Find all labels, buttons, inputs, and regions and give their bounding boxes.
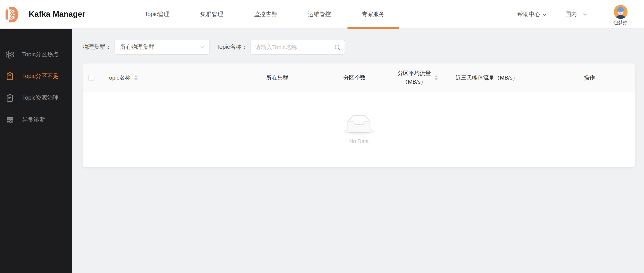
filter-bar: 物理集群： 所有物理集群 Topic名称： <box>72 29 644 54</box>
sort-toggle[interactable] <box>134 75 138 80</box>
caret-up-icon <box>134 75 138 77</box>
nav-item-topic-manage[interactable]: Topic管理 <box>130 0 184 29</box>
table-header-row: Topic名称 所在集群 分区个数 分区平均流量 （MB/s） <box>82 63 636 92</box>
kafka-manager-logo-icon <box>5 6 19 23</box>
help-center-menu[interactable]: 帮助中心 <box>517 11 546 18</box>
chevron-down-icon <box>542 13 546 16</box>
caret-down-icon <box>134 78 138 80</box>
navbar-right: 帮助中心 国内 <box>517 0 628 29</box>
table-header-peak-traffic-3d: 近三天峰值流量（MB/s） <box>441 74 544 82</box>
chevron-down-icon <box>583 13 587 16</box>
empty-box-icon <box>343 115 374 135</box>
app-title: Kafka Manager <box>29 10 85 19</box>
sidebar-item-anomaly-diagnosis[interactable]: $ 异常诊断 <box>0 109 72 130</box>
caret-down-icon <box>434 78 438 80</box>
sidebar-item-topic-partition-hotspot[interactable]: Topic分区热点 <box>0 43 72 65</box>
sidebar-item-topic-partition-insufficient[interactable]: Topic分区不足 <box>0 65 72 87</box>
no-data-label: No Data <box>349 138 369 144</box>
nav-item-monitor-alert[interactable]: 监控告警 <box>240 0 292 29</box>
main-nav: Topic管理 集群管理 监控告警 运维管控 专家服务 <box>130 0 399 29</box>
top-navbar: Kafka Manager Topic管理 集群管理 监控告警 运维管控 专家服… <box>0 0 644 29</box>
table-header-avg-partition-traffic: 分区平均流量 （MB/s） <box>395 69 440 86</box>
topic-table-card: Topic名称 所在集群 分区个数 分区平均流量 （MB/s） <box>82 63 636 167</box>
topic-name-inputwrap <box>250 40 345 54</box>
nav-item-ops-control[interactable]: 运维管控 <box>294 0 345 29</box>
active-tab-underline <box>347 27 399 29</box>
hexagon-cluster-icon <box>6 50 14 58</box>
sidebar: Topic分区热点 Topic分区不足 Topic资源治理 <box>0 29 72 273</box>
user-menu[interactable]: 包梦婷 <box>614 0 628 29</box>
avatar <box>614 5 628 19</box>
topic-name-filter-label: Topic名称： <box>216 43 247 51</box>
clipboard-icon <box>6 72 14 80</box>
cluster-filter-label: 物理集群： <box>82 43 111 51</box>
nav-item-expert-service[interactable]: 专家服务 <box>347 0 399 29</box>
table-header-topic-name: Topic名称 <box>101 74 240 82</box>
sidebar-item-topic-resource-governance[interactable]: Topic资源治理 <box>0 87 72 109</box>
select-all-checkbox[interactable] <box>88 75 94 81</box>
clipboard-icon <box>6 94 14 102</box>
app-root: Kafka Manager Topic管理 集群管理 监控告警 运维管控 专家服… <box>0 0 644 273</box>
table-header-checkbox-cell <box>82 75 101 81</box>
diagnosis-table-icon: $ <box>6 115 14 124</box>
table-header-cluster: 所在集群 <box>240 74 314 82</box>
table-empty-state: No Data <box>82 92 636 167</box>
chevron-down-icon <box>200 46 204 49</box>
username: 包梦婷 <box>614 19 628 25</box>
cluster-select[interactable]: 所有物理集群 <box>114 40 209 54</box>
brand: Kafka Manager <box>5 0 85 29</box>
topic-name-input[interactable] <box>255 44 334 50</box>
search-icon[interactable] <box>334 44 340 50</box>
table-header-actions: 操作 <box>543 74 636 82</box>
region-selector[interactable]: 国内 <box>565 11 587 18</box>
nav-item-cluster-manage[interactable]: 集群管理 <box>186 0 238 29</box>
table-header-partition-count: 分区个数 <box>314 74 395 82</box>
sort-toggle[interactable] <box>434 75 438 80</box>
caret-up-icon <box>434 75 438 77</box>
svg-text:$: $ <box>11 120 12 122</box>
cluster-select-value: 所有物理集群 <box>120 43 200 51</box>
main-content: 物理集群： 所有物理集群 Topic名称： Topic名称 <box>72 29 644 273</box>
